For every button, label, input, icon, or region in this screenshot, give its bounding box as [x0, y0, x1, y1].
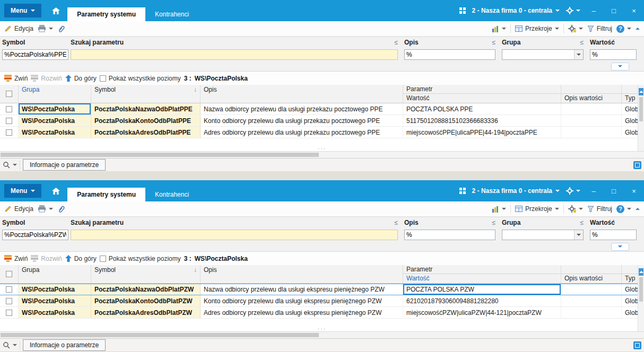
- grupa-filter-combobox[interactable]: [502, 230, 584, 240]
- attachment-button[interactable]: [57, 205, 66, 213]
- attachment-button[interactable]: [57, 25, 66, 33]
- filter-condition-icon[interactable]: ≤: [394, 219, 398, 226]
- row-checkbox[interactable]: [0, 307, 19, 318]
- filter-expand-button[interactable]: [611, 243, 629, 251]
- close-button[interactable]: ×: [627, 187, 641, 195]
- close-button[interactable]: ×: [627, 7, 641, 15]
- scroll-up-button[interactable]: [639, 268, 643, 276]
- cell-opis-wartosci[interactable]: [561, 103, 622, 115]
- layout-button[interactable]: [633, 341, 641, 349]
- szukaj-parametru-input[interactable]: [71, 230, 398, 240]
- print-button[interactable]: [38, 205, 53, 213]
- cell-opis-wartosci[interactable]: [561, 115, 622, 126]
- do-gory-button[interactable]: Do góry: [65, 255, 97, 262]
- cell-opis[interactable]: Nazwa odbiorcy przelewu dla usługi przek…: [201, 103, 403, 115]
- cell-opis[interactable]: Adres odbiorcy przelewu dla usługi ekspr…: [201, 307, 403, 318]
- collapse-ribbon-button[interactable]: [636, 208, 640, 210]
- combo-dropdown-button[interactable]: [574, 230, 583, 240]
- table-row[interactable]: WS\PocztaPolska PocztaPolskaNazwaOdbPlat…: [0, 103, 644, 115]
- header-grupa[interactable]: Grupa: [19, 265, 91, 283]
- minimize-button[interactable]: –: [587, 7, 601, 15]
- settings-menu-button[interactable]: [566, 7, 580, 14]
- splitter-handle[interactable]: ···: [318, 146, 327, 151]
- cell-opis-wartosci[interactable]: [561, 307, 622, 318]
- edycja-button[interactable]: Edycja: [4, 25, 33, 32]
- header-parametr[interactable]: ParametrWartość: [403, 85, 561, 103]
- header-symbol[interactable]: Symbol↓: [91, 265, 201, 283]
- vertical-scroll-thumb[interactable]: [639, 97, 643, 121]
- szukaj-parametru-input[interactable]: [71, 49, 398, 60]
- wartosc-filter-input[interactable]: [590, 230, 637, 240]
- header-opis-wartosci[interactable]: Opis wartości: [561, 85, 622, 103]
- header-wartosc[interactable]: Wartość: [403, 274, 561, 283]
- grid-settings-button[interactable]: [568, 205, 583, 213]
- cell-opis-wartosci[interactable]: [561, 295, 622, 306]
- select-all-checkbox[interactable]: [0, 265, 19, 283]
- cell-symbol[interactable]: PocztaPolskaKontoOdbPlatPZW: [91, 295, 201, 306]
- horizontal-scrollbar[interactable]: [0, 331, 644, 338]
- company-selector[interactable]: 2 - Nasza firma 0 - centrala: [472, 7, 560, 14]
- home-button[interactable]: [41, 0, 67, 21]
- przekroje-button[interactable]: Przekroje: [515, 205, 559, 213]
- scroll-up-button[interactable]: [639, 88, 643, 95]
- row-checkbox[interactable]: [0, 103, 19, 115]
- cell-symbol[interactable]: PocztaPolskaAdresOdbPlatPPE: [91, 127, 201, 138]
- menu-button[interactable]: Menu: [4, 4, 41, 17]
- layout-button[interactable]: [633, 161, 641, 169]
- cell-symbol[interactable]: PocztaPolskaNazwaOdbPlatPZW: [91, 284, 201, 295]
- header-parametr[interactable]: ParametrWartość: [403, 265, 561, 283]
- cell-grupa[interactable]: WS\PocztaPolska: [19, 103, 91, 115]
- menu-button[interactable]: Menu: [4, 184, 41, 198]
- grupa-filter-combobox[interactable]: [502, 49, 584, 60]
- cell-grupa[interactable]: WS\PocztaPolska: [19, 115, 91, 126]
- settings-menu-button[interactable]: [566, 187, 580, 195]
- cell-opis[interactable]: Konto odbiorcy przelewu dla usługi ekspr…: [201, 295, 403, 306]
- maximize-button[interactable]: □: [607, 7, 621, 15]
- filter-condition-icon[interactable]: ≤: [492, 219, 495, 226]
- filter-condition-icon[interactable]: ≤: [394, 39, 398, 46]
- przekroje-button[interactable]: Przekroje: [515, 25, 559, 32]
- company-selector[interactable]: 2 - Nasza firma 0 - centrala: [472, 187, 560, 195]
- row-checkbox[interactable]: [0, 295, 19, 306]
- filter-condition-icon[interactable]: ≤: [580, 39, 584, 46]
- wartosc-filter-input[interactable]: [590, 49, 637, 60]
- cell-grupa[interactable]: WS\PocztaPolska: [19, 295, 91, 306]
- horizontal-scroll-thumb[interactable]: [1, 333, 319, 337]
- cell-opis[interactable]: Konto odbiorcy przelewu dla usługi przek…: [201, 115, 403, 126]
- cell-grupa[interactable]: WS\PocztaPolska: [19, 307, 91, 318]
- cell-opis-wartosci[interactable]: [561, 284, 622, 295]
- vertical-scroll-thumb[interactable]: [639, 277, 643, 302]
- symbol-filter-input[interactable]: [2, 49, 68, 60]
- pokaz-wszystkie-checkbox[interactable]: Pokaż wszystkie poziomy: [100, 75, 181, 82]
- opis-filter-input[interactable]: [404, 49, 495, 60]
- header-opis-wartosci[interactable]: Opis wartości: [561, 265, 622, 283]
- filter-condition-icon[interactable]: ≤: [580, 219, 584, 226]
- zoom-menu-button[interactable]: [3, 161, 17, 169]
- row-checkbox[interactable]: [0, 127, 19, 138]
- cell-opis-wartosci[interactable]: [561, 127, 622, 138]
- chart-button[interactable]: [492, 25, 506, 32]
- table-row[interactable]: WS\PocztaPolska PocztaPolskaKontoOdbPlat…: [0, 295, 644, 307]
- filter-expand-button[interactable]: [611, 63, 629, 71]
- tab-kontrahenci[interactable]: Kontrahenci: [145, 188, 198, 201]
- cell-grupa[interactable]: WS\PocztaPolska: [19, 127, 91, 138]
- header-wartosc[interactable]: Wartość: [403, 94, 561, 103]
- informacje-o-parametrze-button[interactable]: Informacje o parametrze: [23, 159, 106, 171]
- cell-wartosc[interactable]: 51175012088815102366683336: [403, 115, 561, 126]
- rozwin-button[interactable]: Rozwiń: [31, 75, 62, 82]
- cell-wartosc[interactable]: 62102018793060094881282280: [403, 295, 561, 306]
- tab-kontrahenci[interactable]: Kontrahenci: [145, 7, 198, 21]
- informacje-o-parametrze-button[interactable]: Informacje o parametrze: [23, 339, 106, 351]
- maximize-button[interactable]: □: [607, 187, 621, 195]
- edycja-button[interactable]: Edycja: [4, 205, 33, 213]
- row-checkbox[interactable]: [0, 284, 19, 295]
- cell-symbol[interactable]: PocztaPolskaKontoOdbPlatPPE: [91, 115, 201, 126]
- cell-wartosc[interactable]: POCZTA POLSKA PPE: [403, 103, 561, 115]
- horizontal-scroll-thumb[interactable]: [1, 153, 319, 157]
- vertical-scrollbar[interactable]: [638, 265, 644, 331]
- cell-grupa[interactable]: WS\PocztaPolska: [19, 284, 91, 295]
- help-button[interactable]: ?: [616, 25, 631, 33]
- header-grupa[interactable]: Grupa: [19, 85, 91, 103]
- tab-parametry-systemu[interactable]: Parametry systemu: [67, 188, 145, 201]
- symbol-filter-input[interactable]: [2, 230, 68, 240]
